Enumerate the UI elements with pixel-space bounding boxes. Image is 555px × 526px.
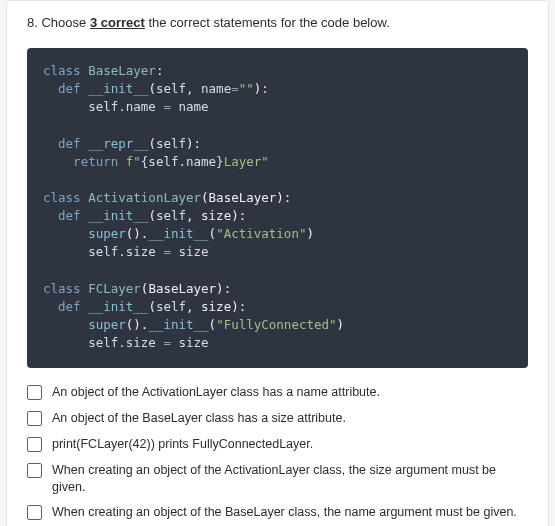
code-block: class BaseLayer: def __init__(self, name… [27, 48, 528, 368]
question-suffix: the correct statements for the code belo… [145, 15, 390, 30]
option-row[interactable]: An object of the ActivationLayer class h… [27, 384, 528, 401]
question-prompt: 8. Choose 3 correct the correct statemen… [27, 15, 528, 30]
checkbox[interactable] [27, 385, 42, 400]
question-prefix: Choose [41, 15, 89, 30]
option-row[interactable]: print(FCLayer(42)) prints FullyConnected… [27, 436, 528, 453]
option-label: print(FCLayer(42)) prints FullyConnected… [52, 436, 313, 453]
checkbox[interactable] [27, 463, 42, 478]
question-card: 8. Choose 3 correct the correct statemen… [6, 0, 549, 526]
checkbox[interactable] [27, 411, 42, 426]
option-row[interactable]: When creating an object of the Activatio… [27, 462, 528, 496]
checkbox[interactable] [27, 437, 42, 452]
option-label: When creating an object of the BaseLayer… [52, 504, 517, 521]
option-label: An object of the ActivationLayer class h… [52, 384, 380, 401]
question-bold: 3 correct [90, 15, 145, 30]
option-row[interactable]: An object of the BaseLayer class has a s… [27, 410, 528, 427]
options-list: An object of the ActivationLayer class h… [27, 384, 528, 521]
option-label: When creating an object of the Activatio… [52, 462, 528, 496]
question-number: 8. [27, 15, 38, 30]
checkbox[interactable] [27, 505, 42, 520]
option-label: An object of the BaseLayer class has a s… [52, 410, 346, 427]
option-row[interactable]: When creating an object of the BaseLayer… [27, 504, 528, 521]
